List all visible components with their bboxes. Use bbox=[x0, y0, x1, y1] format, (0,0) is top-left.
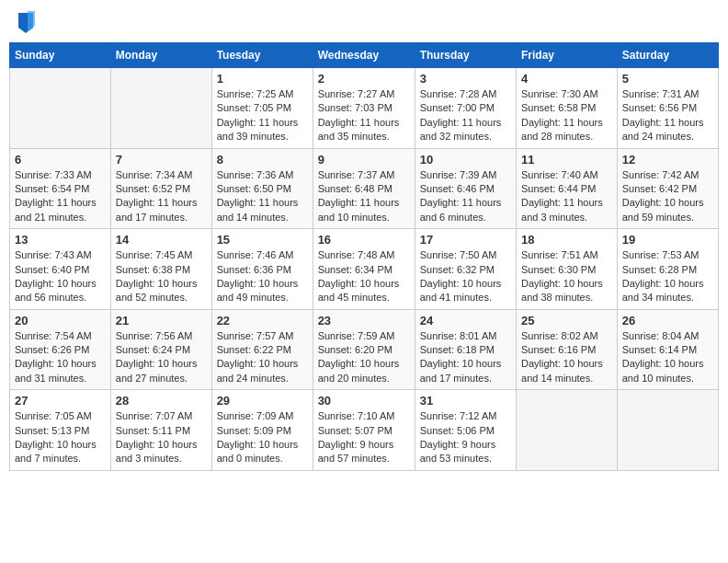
day-info: Sunrise: 7:12 AM Sunset: 5:06 PM Dayligh… bbox=[420, 409, 511, 466]
sunset: Sunset: 5:11 PM bbox=[116, 425, 190, 436]
calendar-cell: 28 Sunrise: 7:07 AM Sunset: 5:11 PM Dayl… bbox=[110, 390, 211, 471]
daylight: Daylight: 11 hours and 39 minutes. bbox=[217, 117, 299, 142]
calendar-cell: 18 Sunrise: 7:51 AM Sunset: 6:30 PM Dayl… bbox=[517, 229, 618, 310]
calendar-cell bbox=[110, 68, 211, 149]
calendar-cell: 5 Sunrise: 7:31 AM Sunset: 6:56 PM Dayli… bbox=[617, 68, 718, 149]
calendar-cell: 4 Sunrise: 7:30 AM Sunset: 6:58 PM Dayli… bbox=[517, 68, 618, 149]
sunset: Sunset: 6:26 PM bbox=[15, 344, 89, 355]
day-number: 23 bbox=[318, 314, 410, 327]
sunrise: Sunrise: 7:36 AM bbox=[217, 169, 294, 180]
calendar-cell: 29 Sunrise: 7:09 AM Sunset: 5:09 PM Dayl… bbox=[211, 390, 313, 471]
day-info: Sunrise: 8:02 AM Sunset: 6:16 PM Dayligh… bbox=[521, 329, 612, 386]
calendar-week-3: 13 Sunrise: 7:43 AM Sunset: 6:40 PM Dayl… bbox=[10, 229, 719, 310]
day-info: Sunrise: 7:50 AM Sunset: 6:32 PM Dayligh… bbox=[420, 248, 511, 305]
calendar-cell: 23 Sunrise: 7:59 AM Sunset: 6:20 PM Dayl… bbox=[313, 309, 415, 390]
day-number: 10 bbox=[420, 153, 511, 167]
sunrise: Sunrise: 7:42 AM bbox=[622, 169, 700, 180]
sunrise: Sunrise: 7:09 AM bbox=[217, 410, 294, 421]
day-number: 7 bbox=[116, 153, 207, 167]
calendar-table: SundayMondayTuesdayWednesdayThursdayFrid… bbox=[9, 42, 719, 471]
sunrise: Sunrise: 7:57 AM bbox=[217, 330, 294, 341]
sunrise: Sunrise: 7:39 AM bbox=[420, 169, 497, 180]
day-info: Sunrise: 7:10 AM Sunset: 5:07 PM Dayligh… bbox=[318, 409, 410, 466]
daylight: Daylight: 11 hours and 17 minutes. bbox=[116, 197, 198, 222]
day-info: Sunrise: 7:51 AM Sunset: 6:30 PM Dayligh… bbox=[521, 248, 612, 305]
day-info: Sunrise: 7:43 AM Sunset: 6:40 PM Dayligh… bbox=[15, 248, 106, 305]
calendar-cell: 24 Sunrise: 8:01 AM Sunset: 6:18 PM Dayl… bbox=[415, 309, 516, 390]
day-number: 4 bbox=[521, 72, 612, 86]
logo-icon bbox=[15, 9, 37, 35]
daylight: Daylight: 10 hours and 52 minutes. bbox=[116, 278, 198, 303]
day-info: Sunrise: 7:34 AM Sunset: 6:52 PM Dayligh… bbox=[116, 168, 207, 225]
daylight: Daylight: 11 hours and 6 minutes. bbox=[420, 197, 502, 222]
day-info: Sunrise: 7:07 AM Sunset: 5:11 PM Dayligh… bbox=[116, 409, 207, 466]
daylight: Daylight: 10 hours and 3 minutes. bbox=[116, 439, 198, 464]
daylight: Daylight: 10 hours and 17 minutes. bbox=[420, 358, 502, 383]
sunset: Sunset: 6:42 PM bbox=[622, 183, 697, 194]
calendar-cell: 12 Sunrise: 7:42 AM Sunset: 6:42 PM Dayl… bbox=[617, 148, 718, 229]
calendar-week-4: 20 Sunrise: 7:54 AM Sunset: 6:26 PM Dayl… bbox=[10, 309, 719, 390]
day-number: 20 bbox=[15, 314, 106, 327]
logo bbox=[13, 9, 37, 35]
day-number: 14 bbox=[116, 233, 207, 247]
sunrise: Sunrise: 7:54 AM bbox=[15, 330, 92, 341]
weekday-header-wednesday: Wednesday bbox=[313, 43, 415, 68]
day-number: 1 bbox=[217, 72, 308, 86]
calendar-cell: 3 Sunrise: 7:28 AM Sunset: 7:00 PM Dayli… bbox=[415, 68, 516, 149]
day-number: 2 bbox=[318, 72, 410, 86]
sunset: Sunset: 6:14 PM bbox=[622, 344, 697, 355]
day-info: Sunrise: 7:09 AM Sunset: 5:09 PM Dayligh… bbox=[217, 409, 308, 466]
day-info: Sunrise: 7:25 AM Sunset: 7:05 PM Dayligh… bbox=[217, 87, 308, 144]
calendar-cell: 19 Sunrise: 7:53 AM Sunset: 6:28 PM Dayl… bbox=[617, 229, 718, 310]
sunrise: Sunrise: 7:46 AM bbox=[217, 249, 294, 260]
daylight: Daylight: 11 hours and 10 minutes. bbox=[318, 197, 400, 222]
day-info: Sunrise: 7:46 AM Sunset: 6:36 PM Dayligh… bbox=[217, 248, 308, 305]
sunrise: Sunrise: 7:43 AM bbox=[15, 249, 92, 260]
daylight: Daylight: 10 hours and 10 minutes. bbox=[622, 358, 704, 383]
day-info: Sunrise: 7:57 AM Sunset: 6:22 PM Dayligh… bbox=[217, 329, 308, 386]
svg-marker-1 bbox=[28, 11, 35, 31]
day-number: 25 bbox=[521, 314, 612, 327]
calendar-cell: 30 Sunrise: 7:10 AM Sunset: 5:07 PM Dayl… bbox=[313, 390, 415, 471]
day-info: Sunrise: 7:45 AM Sunset: 6:38 PM Dayligh… bbox=[116, 248, 207, 305]
sunrise: Sunrise: 7:33 AM bbox=[15, 169, 92, 180]
day-number: 28 bbox=[116, 394, 207, 408]
sunrise: Sunrise: 7:25 AM bbox=[217, 88, 294, 99]
daylight: Daylight: 10 hours and 31 minutes. bbox=[15, 358, 97, 383]
daylight: Daylight: 10 hours and 7 minutes. bbox=[15, 439, 97, 464]
day-info: Sunrise: 8:04 AM Sunset: 6:14 PM Dayligh… bbox=[622, 329, 713, 386]
day-number: 19 bbox=[622, 233, 713, 247]
sunset: Sunset: 5:13 PM bbox=[15, 425, 89, 436]
daylight: Daylight: 11 hours and 21 minutes. bbox=[15, 197, 97, 222]
day-number: 8 bbox=[217, 153, 308, 167]
weekday-header-sunday: Sunday bbox=[10, 43, 111, 68]
daylight: Daylight: 10 hours and 34 minutes. bbox=[622, 278, 704, 303]
day-number: 27 bbox=[15, 394, 106, 408]
day-info: Sunrise: 7:27 AM Sunset: 7:03 PM Dayligh… bbox=[318, 87, 410, 144]
sunrise: Sunrise: 7:56 AM bbox=[116, 330, 193, 341]
sunrise: Sunrise: 7:34 AM bbox=[116, 169, 193, 180]
sunrise: Sunrise: 7:31 AM bbox=[622, 88, 700, 99]
sunset: Sunset: 6:34 PM bbox=[318, 264, 392, 275]
day-number: 15 bbox=[217, 233, 308, 247]
calendar-cell: 9 Sunrise: 7:37 AM Sunset: 6:48 PM Dayli… bbox=[313, 148, 415, 229]
sunset: Sunset: 6:38 PM bbox=[116, 264, 190, 275]
calendar-cell: 27 Sunrise: 7:05 AM Sunset: 5:13 PM Dayl… bbox=[10, 390, 111, 471]
sunset: Sunset: 6:30 PM bbox=[521, 264, 596, 275]
day-info: Sunrise: 7:37 AM Sunset: 6:48 PM Dayligh… bbox=[318, 168, 410, 225]
sunset: Sunset: 7:03 PM bbox=[318, 102, 392, 113]
daylight: Daylight: 10 hours and 45 minutes. bbox=[318, 278, 400, 303]
calendar-week-1: 1 Sunrise: 7:25 AM Sunset: 7:05 PM Dayli… bbox=[10, 68, 719, 149]
day-info: Sunrise: 7:39 AM Sunset: 6:46 PM Dayligh… bbox=[420, 168, 511, 225]
daylight: Daylight: 11 hours and 28 minutes. bbox=[521, 117, 603, 142]
sunset: Sunset: 5:07 PM bbox=[318, 425, 392, 436]
sunrise: Sunrise: 7:30 AM bbox=[521, 88, 598, 99]
calendar-cell: 1 Sunrise: 7:25 AM Sunset: 7:05 PM Dayli… bbox=[211, 68, 313, 149]
daylight: Daylight: 10 hours and 49 minutes. bbox=[217, 278, 299, 303]
sunset: Sunset: 5:09 PM bbox=[217, 425, 291, 436]
calendar-cell: 21 Sunrise: 7:56 AM Sunset: 6:24 PM Dayl… bbox=[110, 309, 211, 390]
day-info: Sunrise: 7:30 AM Sunset: 6:58 PM Dayligh… bbox=[521, 87, 612, 144]
sunset: Sunset: 6:20 PM bbox=[318, 344, 392, 355]
sunrise: Sunrise: 7:10 AM bbox=[318, 410, 395, 421]
day-number: 9 bbox=[318, 153, 410, 167]
